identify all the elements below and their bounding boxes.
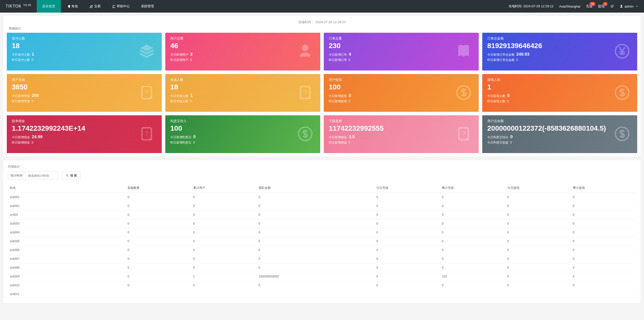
table-row[interactable]: scb011 [8,290,636,299]
card-sub-yesterday: 昨日新增佣金 0 [12,140,157,145]
table-row[interactable]: scb0100000000 [8,281,636,290]
refresh-icon[interactable] [610,4,614,9]
brand-logo: TIKTOK V9.99 [0,4,37,9]
table-row[interactable]: sc0030000000 [8,210,636,219]
cell: 0 [191,210,257,219]
filter-row: 统计时间 搜 索 [8,171,636,183]
cell: 0 [126,193,191,202]
table-row[interactable]: scb0080000000 [8,263,636,272]
nav-item-1[interactable]: 角色 [61,0,84,13]
nav-item-0[interactable]: 后台首页 [37,0,61,13]
card-sub-today: 今日新增佣金 3.5 [329,134,474,139]
cell [191,290,257,299]
user-menu[interactable]: admin [620,5,638,8]
cell: 0 [505,255,571,263]
doc-icon [297,85,313,101]
col-header-5: 累计充值 [440,183,505,193]
cell: 0 [440,246,505,255]
card-sub-yesterday: 昨日首冲人数 0 [12,58,157,62]
cell: 0 [257,246,374,255]
table-row[interactable]: scb0030000000 [8,219,636,228]
card-sub-today: 今日新增佣金 24.99 [12,134,157,139]
filter-time-label: 统计时间 [8,172,25,180]
card-title: 用户总量 [170,36,315,41]
card-value: 20000000122372(-85836268801​04.5) [487,124,632,132]
col-header-4: 今日充值 [374,183,440,193]
cell: 1 [191,272,257,281]
table-row[interactable]: scb0010000000 [8,193,636,202]
user-icon [620,5,623,8]
table-row[interactable]: scb0050000000 [8,237,636,246]
brand-name: TIKTOK [6,4,22,9]
cell: scb009 [8,272,126,281]
table-row[interactable]: scb0040000000 [8,228,636,237]
cell: 0 [374,246,440,255]
cell: 0 [191,255,257,263]
nav-item-2[interactable]: 交易 [84,0,106,13]
card-sub-yesterday: 昨日新增利息宝 0 [170,140,315,145]
stat-card-6: 用户提现100今日新增提现 0昨日新增提现 0 [324,74,479,112]
nav-item-4[interactable]: 系统管理 [135,0,159,13]
card-sub-yesterday: 昨日新增佣金 0 [329,140,474,145]
mall-stats-label: 商城统计 [3,26,641,33]
table-row[interactable]: scb0020000000 [8,202,636,210]
nav-item-3[interactable]: 帮助中心 [106,0,135,13]
brand-version: V9.99 [23,4,31,7]
stat-cards-grid: 首冲人数18今日首冲人数 1昨日首冲人数 0用户总量46今日新增用户 2昨日新增… [3,33,641,157]
cell: 0 [571,263,636,272]
cell: 0 [257,281,374,290]
cell: 0 [571,246,636,255]
cell: 0 [257,219,374,228]
filter-time-input[interactable] [25,172,58,179]
dollar-icon [614,85,630,101]
cell: scb005 [8,237,126,246]
card-sub-today: 今日提现人数 0 [487,93,632,98]
card-title: 利息宝转入 [170,119,315,123]
cell: 0 [191,202,257,210]
cell: 0 [571,202,636,210]
col-header-3: 团队余额 [257,183,374,193]
cell: 0 [191,237,257,246]
cell: 100000000000 [257,272,374,281]
cell: 0 [571,219,636,228]
cell: scb007 [8,255,126,263]
nav-item-label: 系统管理 [141,4,154,9]
table-row[interactable]: scb00901100000000000010000 [8,272,636,281]
cell: 0 [374,263,440,272]
cell: scb002 [8,202,126,210]
cell: 0 [191,263,257,272]
dollar-icon [614,126,630,143]
scale-icon [89,5,93,8]
cell: sc003 [8,210,126,219]
search-icon [66,174,69,177]
col-header-7: 累计提现 [571,183,636,193]
withdraw-link[interactable]: 提现 5 [598,4,605,9]
card-value: 100 [329,83,474,91]
stat-card-0: 首冲人数18今日首冲人数 1昨日首冲人数 0 [7,33,162,70]
cell: 0 [505,219,571,228]
search-button[interactable]: 搜 索 [62,171,81,180]
cell: scb006 [8,246,126,255]
cell: 0 [440,263,505,272]
recharge-link[interactable]: 充值 96 [586,4,592,9]
cell: 0 [440,210,505,219]
timezone-display: Asia/Shanghai [559,5,580,8]
cell: 0 [571,255,636,263]
card-value: 1 [487,83,632,91]
yen-icon [614,43,630,60]
table-row[interactable]: scb0060000000 [8,246,636,255]
card-value: 3850 [12,83,157,91]
stat-card-1: 用户总量46今日新增用户 2昨日新增用户 0 [165,33,320,70]
card-sub-yesterday: 昨日新增用户 0 [170,58,315,62]
cell: scb011 [8,290,126,299]
cell: 0 [126,228,191,237]
table-row[interactable]: scb0070000000 [8,255,636,263]
doc-icon [139,126,155,143]
cell: 0 [440,193,505,202]
chevron-down-icon [635,5,638,8]
cell: 0 [126,272,191,281]
agent-stats-label: 代理统计 [8,165,636,171]
withdraw-badge: 5 [603,2,608,6]
cell [505,290,571,299]
cell: 0 [440,281,505,290]
